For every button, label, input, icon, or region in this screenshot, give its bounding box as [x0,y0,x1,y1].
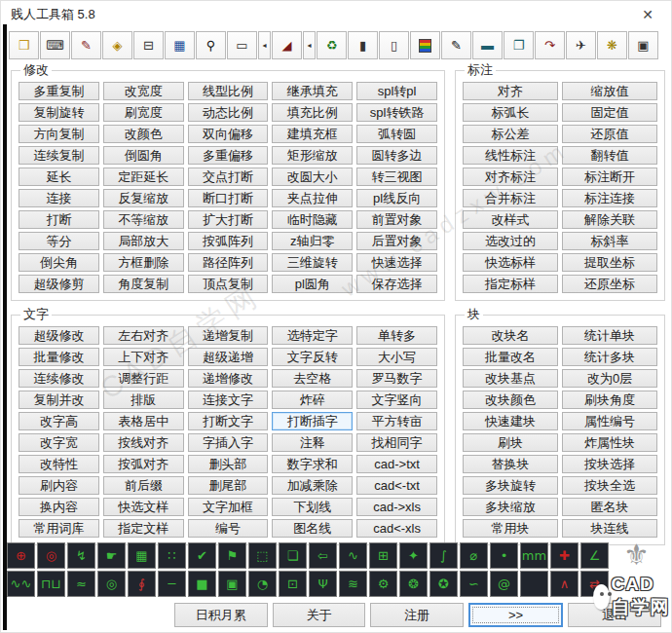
tool-button[interactable]: 动态比例 [188,103,269,122]
red-target-icon[interactable]: ◎ [37,542,65,569]
tool-button[interactable]: z轴归零 [272,232,353,250]
lightning-icon[interactable]: ↯ [67,542,95,569]
tool-button[interactable]: 连续复制 [19,146,99,165]
tool-button[interactable]: 固定值 [562,103,657,122]
tool-button[interactable]: 线型比例 [188,82,269,100]
tool-button[interactable]: 去空格 [272,369,353,388]
left-arrow-icon[interactable]: ⇦ [309,542,337,569]
tool-button[interactable]: 注释 [272,433,353,452]
tool-button[interactable]: 超级修改 [19,326,99,345]
check-icon[interactable]: ✔ [188,542,216,569]
close-icon[interactable]: ✕ [638,7,657,22]
tool-button[interactable]: 等分 [19,232,99,250]
tool-button[interactable]: 匿名块 [562,498,657,516]
tool-button[interactable]: 指定文样 [103,519,184,538]
waves-icon[interactable]: ≋ [339,571,367,597]
camera-icon[interactable]: ▣ [628,31,658,59]
tool-button[interactable]: 建填充框 [272,125,353,143]
tool-button[interactable]: 排版 [103,391,184,409]
tool-button[interactable]: 提取坐标 [562,253,657,272]
tool-button[interactable]: 打断文字 [188,412,269,430]
tool-button[interactable]: 块连线 [562,519,657,538]
cursor-text-icon[interactable]: ▮ [348,31,378,59]
tool-button[interactable]: 局部放大 [103,232,184,250]
tool-button[interactable]: cad<-txt [356,476,437,495]
doc-icon[interactable]: ▯ [379,31,409,59]
tool-button[interactable]: 顶点复制 [188,275,269,293]
tool-button[interactable]: 临时隐藏 [272,210,353,229]
circle-axis-icon[interactable]: ⌀ [460,542,488,569]
tool-button[interactable]: cad->txt [356,455,437,473]
tool-button[interactable]: 改宽度 [103,82,184,100]
filled-rect-icon[interactable]: ■ [188,571,216,597]
gear-star-icon[interactable]: ❂ [399,571,428,597]
tool-button[interactable]: 填充比例 [272,103,353,122]
ruler-icon[interactable]: ▭ [227,31,257,59]
tool-button[interactable]: 删头部 [188,455,269,473]
flag-pin-icon[interactable]: ⚑ [218,542,246,569]
tool-button[interactable]: 按块选择 [562,455,657,473]
tool-button[interactable]: 矩形缩放 [272,146,353,165]
tool-button[interactable]: 选特定字 [272,326,353,345]
gear-flower-icon[interactable]: ❋ [597,31,627,59]
angle-icon[interactable]: ∠ [580,542,609,569]
tool-button[interactable]: 刷宽度 [103,103,184,122]
brush-icon[interactable]: ✎ [71,31,101,59]
tool-button[interactable]: 上下对齐 [103,348,184,366]
book-copy-icon[interactable]: ❐ [504,31,534,59]
tool-button[interactable]: 还原值 [562,125,657,143]
tool-button[interactable]: 找相同字 [356,433,437,452]
tool-button[interactable]: 标注断开 [562,168,657,186]
tool-button[interactable]: 调整行距 [103,369,184,388]
tool-button[interactable]: 继承填充 [272,82,353,100]
tool-button[interactable]: 超级递增 [188,348,269,366]
open-folder-icon[interactable]: ❒ [9,31,39,59]
callout-icon[interactable]: ❏ [279,542,307,569]
tool-button[interactable]: 角度复制 [103,275,184,293]
tool-button[interactable]: 改颜色 [103,125,184,143]
tool-button[interactable]: 罗马数字 [356,369,437,388]
squiggle-icon[interactable]: ∫ [429,542,458,569]
tool-button[interactable]: 还原坐标 [562,275,657,293]
comb-icon[interactable]: mm [520,542,548,569]
tool-button[interactable]: 按弧对齐 [103,455,184,473]
square-wave-icon[interactable]: ⊓⊔ [37,571,65,597]
plane-icon[interactable]: ✈ [566,31,596,59]
tool-button[interactable]: 连接文字 [188,391,269,409]
tool-button[interactable]: 刷块角度 [562,391,657,409]
tool-button[interactable]: 大小写 [356,348,437,366]
register-button[interactable]: 注册 [370,603,464,627]
tool-button[interactable]: 复制并改 [19,391,99,409]
star-icon[interactable]: ✦ [399,542,428,569]
tool-button[interactable]: spl转铁路 [356,103,437,122]
tool-button[interactable]: 炸碎 [272,391,353,409]
star-circle-icon[interactable]: ✪ [429,571,458,597]
tool-button[interactable]: 反复缩放 [103,189,184,207]
tool-button[interactable]: 改块名 [463,326,558,345]
obscured-icon[interactable] [520,571,548,597]
hand-icon[interactable]: ☛ [97,542,126,569]
hook-arrow-icon[interactable]: ↷ [535,31,565,59]
tool-button[interactable]: 改字高 [19,412,99,430]
red-cross-icon[interactable]: ✚ [550,542,579,569]
tool-button[interactable]: 替换块 [463,455,558,473]
corner-marks-icon[interactable]: ∷ [158,542,186,569]
zigzag-icon[interactable]: ∿∿ [7,571,35,597]
tool-button[interactable]: 夹点拉伸 [272,189,353,207]
tool-button[interactable]: 前置对象 [356,210,437,229]
red-crosshair-icon[interactable]: ⊕ [7,542,35,569]
tool-button[interactable]: 圆转多边 [356,146,437,165]
tool-button[interactable]: 标弧长 [463,103,558,122]
grid-panel-icon[interactable]: ▦ [128,542,156,569]
tool-button[interactable]: 扩大打断 [188,210,269,229]
tool-button[interactable]: 单转多 [356,326,437,345]
tool-button[interactable]: 翻转值 [562,146,657,165]
square-in-square-icon[interactable]: ▣ [218,571,246,597]
tool-button[interactable]: 改为0层 [562,369,657,388]
tool-button[interactable]: 路径阵列 [188,253,269,272]
more-button[interactable]: >> [468,603,564,627]
tool-button[interactable]: 定距延长 [103,168,184,186]
tool-button[interactable]: 超级修剪 [19,275,99,293]
tool-button[interactable]: 指定标样 [463,275,558,293]
hook-icon[interactable]: ∮ [128,571,156,597]
